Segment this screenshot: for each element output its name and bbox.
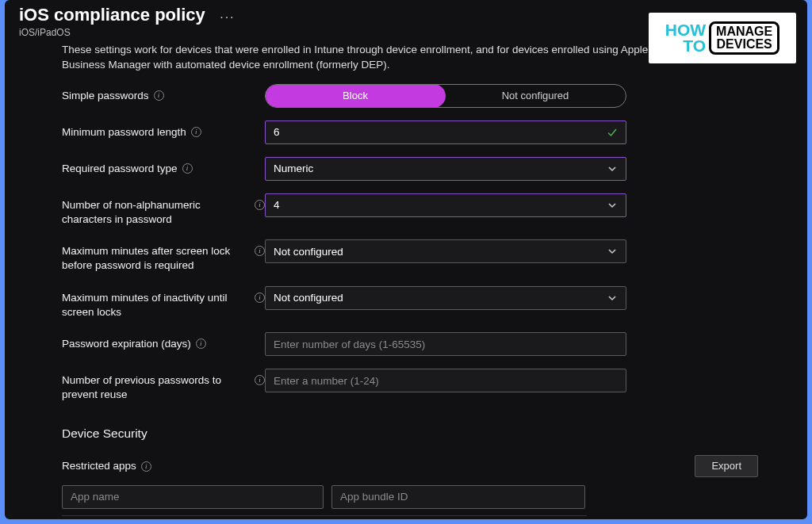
- toggle-option-not-configured[interactable]: Not configured: [445, 85, 626, 107]
- restricted-apps-inputs: [62, 485, 791, 509]
- info-icon[interactable]: [141, 461, 151, 472]
- logo-left: HOW TO: [665, 22, 706, 54]
- info-icon[interactable]: [196, 338, 206, 349]
- required-password-type-select[interactable]: Numeric: [265, 157, 626, 181]
- logo-right: MANAGE DEVICES: [709, 21, 779, 55]
- non-alphanumeric-select[interactable]: 4: [265, 193, 626, 217]
- info-icon[interactable]: [255, 293, 265, 303]
- info-icon[interactable]: [255, 375, 265, 385]
- bundle-id-input[interactable]: [340, 491, 576, 503]
- row-required-password-type: Required password type Numeric: [62, 157, 791, 181]
- row-password-expiration: Password expiration (days): [62, 332, 791, 356]
- bundle-id-input-wrap: [331, 485, 585, 509]
- app-name-input[interactable]: [71, 491, 315, 503]
- brand-logo: HOW TO MANAGE DEVICES: [649, 13, 796, 63]
- info-icon[interactable]: [182, 163, 193, 174]
- label-simple-passwords: Simple passwords: [62, 89, 149, 103]
- policy-panel: iOS compliance policy ··· iOS/iPadOS The…: [5, 0, 807, 519]
- password-expiration-input[interactable]: [274, 338, 618, 350]
- label-previous-passwords: Number of previous passwords to prevent …: [62, 373, 250, 402]
- row-simple-passwords: Simple passwords Block Not configured: [62, 84, 791, 108]
- password-expiration-input-wrap: [265, 332, 626, 356]
- chevron-down-icon: [607, 200, 618, 211]
- simple-passwords-toggle[interactable]: Block Not configured: [265, 84, 626, 108]
- label-min-password-length: Minimum password length: [62, 125, 186, 140]
- select-value: 4: [274, 199, 280, 211]
- export-button[interactable]: Export: [695, 455, 758, 477]
- check-icon: [607, 127, 618, 138]
- device-security-heading: Device Security: [62, 426, 791, 441]
- chevron-down-icon: [607, 163, 618, 174]
- label-non-alphanumeric: Number of non-alphanumeric characters in…: [62, 198, 250, 227]
- row-previous-passwords: Number of previous passwords to prevent …: [62, 369, 791, 402]
- row-max-after-lock: Maximum minutes after screen lock before…: [62, 239, 791, 273]
- chevron-down-icon: [607, 246, 618, 257]
- label-required-password-type: Required password type: [62, 162, 178, 176]
- page-title: iOS compliance policy: [19, 5, 205, 25]
- info-icon[interactable]: [154, 90, 164, 101]
- input-value: 6: [274, 126, 280, 138]
- info-icon[interactable]: [255, 246, 265, 256]
- max-after-lock-select[interactable]: Not configured: [265, 239, 626, 263]
- select-value: Not configured: [274, 292, 343, 304]
- label-max-after-lock: Maximum minutes after screen lock before…: [62, 244, 250, 273]
- min-password-length-input[interactable]: 6: [265, 120, 626, 144]
- max-inactivity-select[interactable]: Not configured: [265, 286, 626, 310]
- body: These settings work for devices that wer…: [5, 38, 807, 519]
- label-max-inactivity: Maximum minutes of inactivity until scre…: [62, 291, 250, 319]
- previous-passwords-input[interactable]: [274, 375, 618, 387]
- toggle-option-block[interactable]: Block: [265, 84, 446, 108]
- row-restricted-apps: Restricted apps Export: [62, 455, 791, 477]
- label-password-expiration: Password expiration (days): [62, 337, 191, 351]
- label-restricted-apps: Restricted apps: [62, 460, 136, 472]
- row-max-inactivity: Maximum minutes of inactivity until scre…: [62, 286, 791, 319]
- select-value: Numeric: [274, 163, 313, 174]
- row-non-alphanumeric: Number of non-alphanumeric characters in…: [62, 193, 791, 227]
- info-icon[interactable]: [255, 200, 265, 210]
- app-name-input-wrap: [62, 485, 324, 509]
- select-value: Not configured: [274, 246, 343, 258]
- divider: [62, 515, 587, 516]
- chevron-down-icon: [607, 293, 618, 304]
- previous-passwords-input-wrap: [265, 369, 626, 392]
- more-icon[interactable]: ···: [220, 10, 235, 25]
- info-icon[interactable]: [191, 127, 201, 137]
- row-min-password-length: Minimum password length 6: [62, 120, 791, 144]
